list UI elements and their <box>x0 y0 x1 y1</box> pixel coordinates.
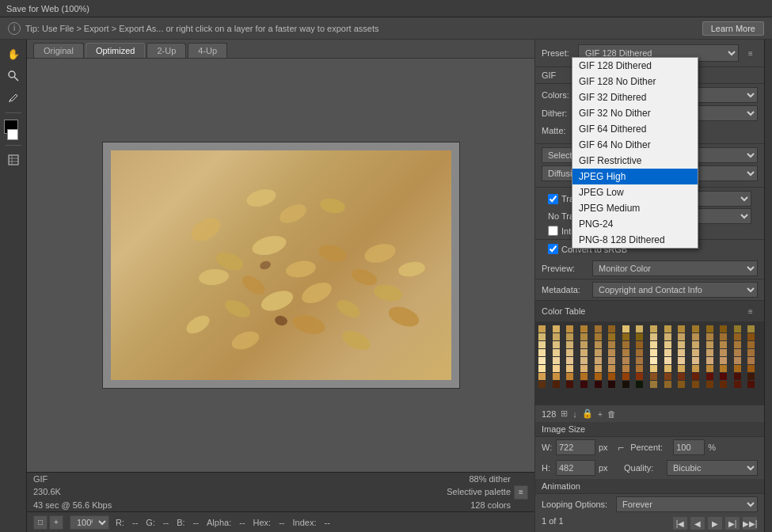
color-cell-28[interactable] <box>706 333 713 340</box>
color-cell-117[interactable] <box>608 381 615 388</box>
transparency-checkbox[interactable] <box>548 194 558 204</box>
tab-original[interactable]: Original <box>33 43 84 58</box>
color-cell-61[interactable] <box>720 349 727 356</box>
color-cell-84[interactable] <box>595 365 602 372</box>
footer-icon-2[interactable]: + <box>49 515 63 530</box>
color-cell-78[interactable] <box>734 357 741 364</box>
width-input[interactable] <box>556 439 595 455</box>
color-cell-24[interactable] <box>650 333 657 340</box>
color-cell-95[interactable] <box>747 365 755 372</box>
color-cell-19[interactable] <box>580 333 588 340</box>
color-cell-14[interactable] <box>734 325 741 332</box>
tab-2up[interactable]: 2-Up <box>146 43 186 58</box>
color-cell-59[interactable] <box>692 349 699 356</box>
looping-select[interactable]: Forever <box>616 496 758 512</box>
color-cell-105[interactable] <box>664 373 671 380</box>
color-cell-115[interactable] <box>580 381 588 388</box>
color-cell-36[interactable] <box>595 341 602 348</box>
color-cell-27[interactable] <box>692 333 699 340</box>
color-cell-38[interactable] <box>622 341 629 348</box>
color-cell-76[interactable] <box>706 357 713 364</box>
zoom-tool[interactable] <box>4 66 23 86</box>
dropdown-item-gif128d[interactable]: GIF 128 Dithered <box>572 58 698 74</box>
color-cell-113[interactable] <box>553 381 560 388</box>
color-cell-26[interactable] <box>678 333 685 340</box>
color-cell-90[interactable] <box>678 365 685 372</box>
color-cell-85[interactable] <box>608 365 615 372</box>
color-cell-107[interactable] <box>692 373 699 380</box>
zoom-select[interactable]: 100% 50% 200% <box>70 515 109 530</box>
dropdown-item-jpegh[interactable]: JPEG High <box>572 169 698 184</box>
color-cell-108[interactable] <box>706 373 713 380</box>
ct-icon-add[interactable]: ↓ <box>572 409 577 419</box>
color-cell-106[interactable] <box>678 373 685 380</box>
color-cell-52[interactable] <box>595 349 602 356</box>
color-cell-35[interactable] <box>580 341 588 348</box>
color-cell-46[interactable] <box>734 341 741 348</box>
color-cell-11[interactable] <box>692 325 699 332</box>
anim-play-btn[interactable]: ▶ <box>707 516 723 530</box>
color-cell-21[interactable] <box>608 333 615 340</box>
ct-icon-lock[interactable]: 🔒 <box>582 408 593 419</box>
color-cell-103[interactable] <box>636 373 643 380</box>
hand-tool[interactable]: ✋ <box>4 44 23 63</box>
color-cell-43[interactable] <box>692 341 699 348</box>
color-cell-34[interactable] <box>566 341 573 348</box>
color-cell-13[interactable] <box>720 325 727 332</box>
status-menu-btn[interactable]: ≡ <box>514 485 528 500</box>
ct-icon-remap[interactable]: ⊞ <box>561 408 568 419</box>
color-cell-12[interactable] <box>706 325 713 332</box>
color-cell-15[interactable] <box>747 325 755 332</box>
dropdown-item-gif128nd[interactable]: GIF 128 No Dither <box>572 74 698 89</box>
quality-select[interactable]: Bicubic <box>667 460 758 476</box>
color-cell-99[interactable] <box>580 373 588 380</box>
color-cell-2[interactable] <box>566 325 573 332</box>
slice-tool[interactable] <box>4 150 23 169</box>
color-cell-32[interactable] <box>538 341 546 348</box>
color-cell-114[interactable] <box>566 381 573 388</box>
color-cell-92[interactable] <box>706 365 713 372</box>
eyedropper-tool[interactable] <box>4 89 23 108</box>
color-cell-110[interactable] <box>734 373 741 380</box>
color-cell-7[interactable] <box>636 325 643 332</box>
color-cell-40[interactable] <box>650 341 657 348</box>
panel-menu-btn[interactable]: ≡ <box>743 46 758 60</box>
color-cell-66[interactable] <box>566 357 573 364</box>
color-cell-29[interactable] <box>720 333 727 340</box>
color-cell-56[interactable] <box>650 349 657 356</box>
color-cell-116[interactable] <box>595 381 602 388</box>
color-cell-118[interactable] <box>622 381 629 388</box>
color-cell-82[interactable] <box>566 365 573 372</box>
color-cell-72[interactable] <box>650 357 657 364</box>
color-cell-81[interactable] <box>553 365 560 372</box>
dropdown-item-png24[interactable]: PNG-24 <box>572 216 698 232</box>
color-cell-88[interactable] <box>650 365 657 372</box>
color-cell-77[interactable] <box>720 357 727 364</box>
anim-last-btn[interactable]: ▶▶| <box>742 516 758 530</box>
color-cell-97[interactable] <box>553 373 560 380</box>
color-cell-37[interactable] <box>608 341 615 348</box>
metadata-select[interactable]: Copyright and Contact Info <box>592 282 758 298</box>
color-cell-20[interactable] <box>595 333 602 340</box>
tab-optimized[interactable]: Optimized <box>86 43 146 58</box>
convertsrgb-checkbox[interactable] <box>548 244 558 254</box>
color-cell-25[interactable] <box>664 333 671 340</box>
color-cell-58[interactable] <box>678 349 685 356</box>
color-cell-70[interactable] <box>622 357 629 364</box>
color-cell-18[interactable] <box>566 333 573 340</box>
color-cell-122[interactable] <box>678 381 685 388</box>
dropdown-item-gifr[interactable]: GIF Restrictive <box>572 153 698 169</box>
dropdown-item-jpegm[interactable]: JPEG Medium <box>572 200 698 216</box>
dropdown-item-jpegl[interactable]: JPEG Low <box>572 184 698 200</box>
color-cell-68[interactable] <box>595 357 602 364</box>
dropdown-item-gif32nd[interactable]: GIF 32 No Dither <box>572 105 698 121</box>
color-cell-102[interactable] <box>622 373 629 380</box>
color-cell-120[interactable] <box>650 381 657 388</box>
color-cell-5[interactable] <box>608 325 615 332</box>
color-cell-86[interactable] <box>622 365 629 372</box>
color-cell-48[interactable] <box>538 349 546 356</box>
color-cell-3[interactable] <box>580 325 588 332</box>
color-cell-98[interactable] <box>566 373 573 380</box>
color-cell-49[interactable] <box>553 349 560 356</box>
preview-select[interactable]: Monitor Color <box>592 260 758 276</box>
